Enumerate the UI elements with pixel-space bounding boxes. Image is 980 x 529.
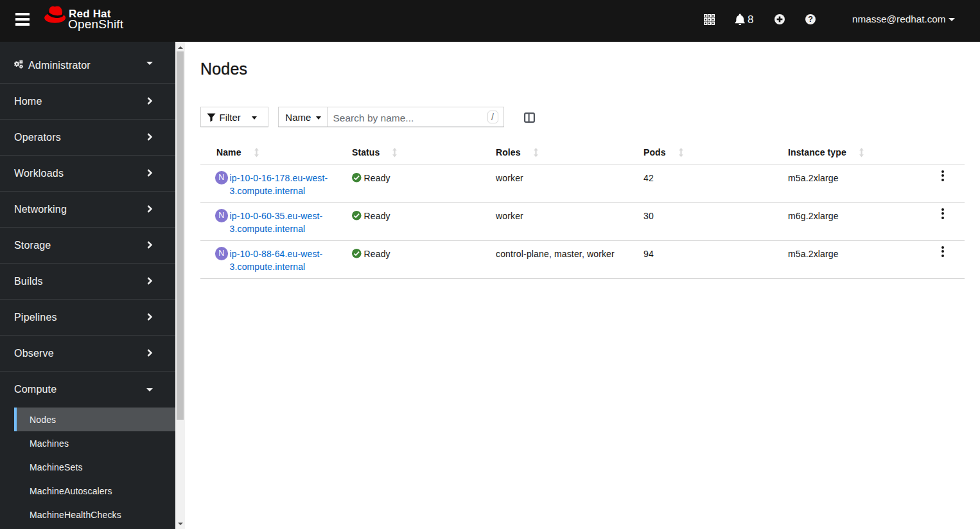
svg-text:?: ?	[808, 15, 813, 24]
